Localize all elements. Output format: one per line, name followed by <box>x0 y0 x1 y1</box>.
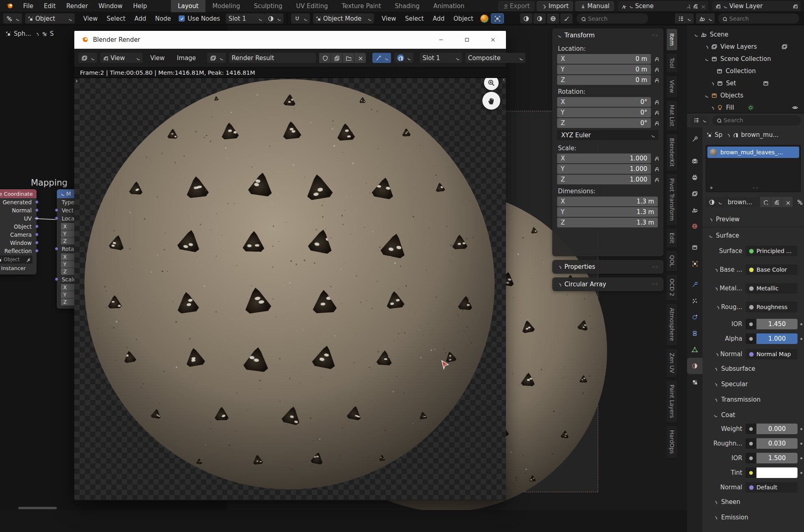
mode-dropdown[interactable]: Object Mode <box>313 13 374 24</box>
tab-view[interactable]: View <box>667 75 678 98</box>
new-material-button[interactable] <box>771 197 782 207</box>
workspace-tab-layout[interactable]: Layout <box>171 0 205 12</box>
pan-tool-button[interactable] <box>482 92 500 110</box>
rotation-y-field[interactable]: Y0° <box>557 108 651 117</box>
scale-y-field[interactable]: Y1.000 <box>557 164 651 174</box>
material-slot-selected[interactable]: brown_mud_leaves_... <box>707 147 799 158</box>
workspace-tab-animation[interactable]: Animation <box>426 0 471 12</box>
ptab-world[interactable] <box>687 218 702 234</box>
dim-z-field[interactable]: Z1.3 m <box>557 218 658 227</box>
roughness-label[interactable]: Roug... <box>702 303 742 311</box>
workspace-tab-texture-paint[interactable]: Texture Paint <box>335 0 388 12</box>
surface-shader-dropdown[interactable]: Principled ... <box>746 246 798 256</box>
metallic-input[interactable]: Metallic <box>746 283 798 294</box>
alpha-slider[interactable]: 1.000 <box>756 333 798 344</box>
tab-pivot-transform[interactable]: Pivot Transform <box>667 173 678 226</box>
normal-input[interactable]: Normal Map <box>746 349 798 359</box>
ptab-object-data[interactable] <box>687 342 702 358</box>
tab-ocd2[interactable]: OCD 2 <box>667 274 678 301</box>
ptab-constraints[interactable] <box>687 325 702 342</box>
tab-edit[interactable]: Edit <box>667 228 678 248</box>
tab-qol[interactable]: QOL <box>667 250 678 272</box>
eye-icon[interactable] <box>792 104 798 111</box>
outliner-region[interactable]: Scene View Layers Scene Collection Colle… <box>687 25 804 113</box>
shader-editor-type-button[interactable] <box>3 13 22 24</box>
base-color-input[interactable]: Base Color <box>746 264 798 275</box>
coat-roughness-slider[interactable]: 0.030 <box>756 438 798 449</box>
image-menu-view[interactable]: View <box>146 54 169 62</box>
gizmos-dropdown[interactable] <box>372 53 391 63</box>
socket-normal[interactable]: Normal <box>0 206 37 214</box>
shading-wireframe-button[interactable] <box>520 13 532 24</box>
browse-image-button[interactable] <box>207 53 226 63</box>
view-layer-selector[interactable]: View Layer <box>712 1 801 11</box>
browse-material-button[interactable] <box>706 197 724 207</box>
view3d-menu-add[interactable]: Add <box>428 15 449 22</box>
material-slot-list[interactable]: brown_mud_leaves_... ⁙⁙ <box>706 145 801 192</box>
zoom-tool-button[interactable] <box>484 78 499 90</box>
list-grip[interactable]: ⁙⁙ <box>752 187 759 189</box>
workspace-tab-modeling[interactable]: Modeling <box>205 0 247 12</box>
ptab-render[interactable] <box>687 153 702 169</box>
tab-tool[interactable]: Tool <box>667 53 678 73</box>
material-name-field[interactable]: brown... <box>725 197 760 207</box>
shading-solid-button[interactable] <box>534 13 546 24</box>
view3d-menu-object[interactable]: Object <box>449 15 478 22</box>
close-button[interactable] <box>480 31 506 49</box>
shader-type-dropdown[interactable]: Object <box>25 13 75 24</box>
ptab-particles[interactable] <box>687 293 702 309</box>
ptab-modifiers[interactable] <box>687 277 702 293</box>
lock-icon[interactable] <box>654 177 659 182</box>
rotation-mode-dropdown[interactable]: XYZ Euler <box>557 130 659 140</box>
import-button[interactable]: Import <box>537 1 573 11</box>
coat-ior-socket[interactable] <box>746 453 756 463</box>
open-image-button[interactable] <box>343 53 354 63</box>
tab-hardops[interactable]: HardOps <box>667 425 678 459</box>
toggle-overlays-button[interactable] <box>491 13 504 24</box>
coat-normal-input[interactable]: Default <box>746 482 798 493</box>
ptab-scene[interactable] <box>687 202 702 218</box>
coat-ior-slider[interactable]: 1.500 <box>756 453 798 463</box>
shading-rendered-button[interactable] <box>560 13 573 24</box>
workspace-tab-sculpting[interactable]: Sculpting <box>247 0 289 12</box>
fake-user-button[interactable] <box>760 197 771 207</box>
shading-material-button[interactable] <box>547 13 559 24</box>
material-preview-sphere-icon[interactable] <box>480 15 488 23</box>
menu-help[interactable]: Help <box>128 2 152 10</box>
scale-z-field[interactable]: Z1.000 <box>557 175 651 184</box>
tab-paint-layers[interactable]: Paint Layers <box>667 380 678 423</box>
viewport-search[interactable] <box>577 13 648 24</box>
menu-file[interactable]: File <box>18 2 39 10</box>
viewport-search-input[interactable] <box>588 15 633 22</box>
transmission-section[interactable]: Transmission <box>713 396 761 403</box>
nodes-toggle-icon[interactable] <box>797 199 803 205</box>
texture-coordinate-node[interactable]: ure Coordinate Generated Normal UV Objec… <box>0 189 37 275</box>
shader-menu-add[interactable]: Add <box>130 15 151 22</box>
socket-window[interactable]: Window <box>0 239 37 247</box>
dim-x-field[interactable]: X1.3 m <box>557 197 658 206</box>
coat-weight-socket[interactable] <box>746 424 756 434</box>
image-datablock-name[interactable]: Render Result <box>229 53 316 63</box>
location-z-field[interactable]: Z0 m <box>557 75 651 85</box>
outliner-row-scene[interactable]: Scene <box>687 28 804 41</box>
rotation-x-field[interactable]: X0° <box>557 97 651 107</box>
outliner-row-set[interactable]: Set <box>687 77 804 89</box>
ptab-material[interactable] <box>687 358 702 374</box>
ptab-view-layer[interactable] <box>687 186 702 202</box>
socket-uv[interactable]: UV <box>0 214 37 223</box>
shader-menu-view[interactable]: View <box>79 15 102 22</box>
outliner-filter-dropdown[interactable] <box>696 13 715 24</box>
emission-section[interactable]: Emission <box>713 514 748 521</box>
workspace-tab-shading[interactable]: Shading <box>388 0 426 12</box>
shader-menu-node[interactable]: Node <box>151 15 175 22</box>
roughness-input[interactable]: Roughness <box>746 302 798 312</box>
view3d-menu-select[interactable]: Select <box>400 15 428 22</box>
preview-type-dropdown[interactable] <box>265 13 283 24</box>
coat-section[interactable]: Coat <box>713 411 735 419</box>
outliner-row-objects[interactable]: Objects <box>687 89 804 102</box>
outliner-display-mode-dropdown[interactable] <box>675 13 694 24</box>
transform-panel-header[interactable]: Transform ⁙⁙ <box>552 28 664 42</box>
lock-icon[interactable] <box>654 56 659 61</box>
socket-generated[interactable]: Generated <box>0 198 37 206</box>
lock-icon[interactable] <box>654 67 659 72</box>
